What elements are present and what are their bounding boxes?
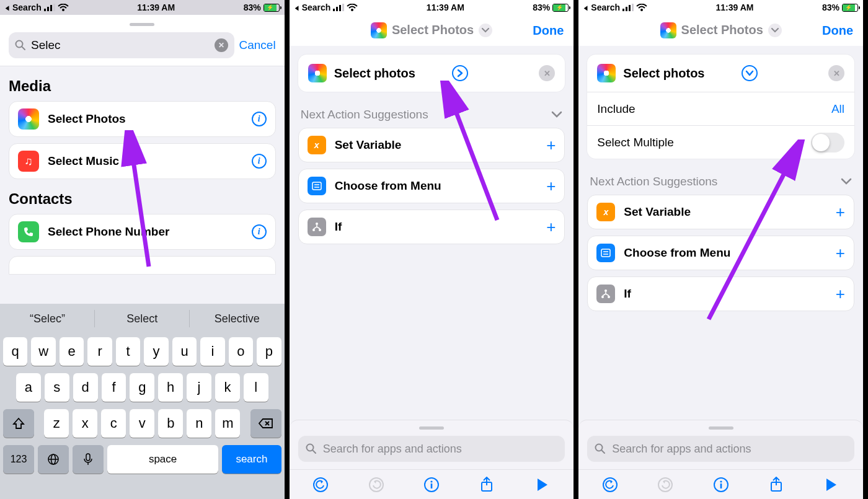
cancel-button[interactable]: Cancel	[239, 38, 276, 52]
suggestion-row[interactable]: xSet Variable+	[298, 128, 565, 162]
status-back-label[interactable]: Search	[12, 2, 42, 12]
key-c[interactable]: c	[101, 409, 126, 438]
undo-button[interactable]	[600, 475, 620, 495]
remove-action-icon[interactable]: ✕	[539, 65, 555, 81]
prediction-bar: “Selec” Select Selective	[0, 304, 285, 333]
sheet-grabber[interactable]	[709, 426, 733, 430]
add-suggestion-icon[interactable]: +	[836, 244, 845, 263]
apps-search-input[interactable]: Search for apps and actions	[298, 436, 565, 462]
result-select-photos[interactable]: Select Photos i	[9, 101, 276, 137]
suggestion-label: If	[335, 220, 538, 234]
key-r[interactable]: r	[87, 337, 112, 366]
numbers-key[interactable]: 123	[3, 445, 34, 474]
done-button[interactable]: Done	[533, 23, 564, 37]
search-key[interactable]: search	[222, 445, 281, 474]
add-suggestion-icon[interactable]: +	[546, 136, 556, 155]
suggestion-label: Set Variable	[624, 205, 826, 219]
search-input[interactable]: Selec ✕	[9, 32, 234, 58]
collapse-action-icon[interactable]	[742, 65, 758, 81]
svg-rect-17	[339, 5, 341, 11]
key-i[interactable]: i	[200, 337, 224, 366]
key-a[interactable]: a	[16, 373, 41, 402]
svg-point-23	[316, 223, 318, 225]
header-title[interactable]: Select Photos	[681, 23, 763, 37]
apps-search-input[interactable]: Search for apps and actions	[587, 436, 854, 462]
prediction[interactable]: Select	[95, 304, 190, 333]
suggestions-header[interactable]: Next Action Suggestions	[298, 104, 565, 128]
suggestions-header[interactable]: Next Action Suggestions	[587, 171, 854, 195]
key-j[interactable]: j	[187, 373, 211, 402]
suggestion-row[interactable]: If+	[298, 210, 565, 244]
svg-rect-16	[336, 7, 338, 11]
share-button[interactable]	[766, 475, 786, 495]
key-e[interactable]: e	[60, 337, 84, 366]
dictation-key[interactable]	[73, 445, 104, 474]
remove-action-icon[interactable]: ✕	[828, 65, 844, 81]
back-triangle-icon[interactable]: ◀	[295, 4, 299, 11]
add-suggestion-icon[interactable]: +	[836, 285, 845, 304]
key-m[interactable]: m	[215, 409, 240, 438]
suggestion-row[interactable]: xSet Variable+	[587, 195, 854, 229]
option-include[interactable]: Include All	[587, 92, 854, 125]
key-s[interactable]: s	[45, 373, 69, 402]
header-title[interactable]: Select Photos	[392, 23, 474, 37]
play-button[interactable]	[822, 475, 841, 495]
space-key[interactable]: space	[107, 445, 218, 474]
chevron-down-icon[interactable]	[479, 24, 492, 37]
add-suggestion-icon[interactable]: +	[836, 203, 845, 222]
key-o[interactable]: o	[229, 337, 253, 366]
prediction[interactable]: “Selec”	[0, 304, 95, 333]
suggestion-row[interactable]: Choose from Menu+	[587, 236, 854, 270]
add-suggestion-icon[interactable]: +	[546, 177, 556, 196]
sheet-grabber[interactable]	[130, 23, 154, 26]
backspace-key[interactable]	[250, 409, 281, 438]
key-t[interactable]: t	[116, 337, 140, 366]
key-q[interactable]: q	[3, 337, 27, 366]
info-icon[interactable]: i	[252, 112, 267, 126]
info-button[interactable]	[711, 475, 731, 495]
key-w[interactable]: w	[31, 337, 55, 366]
wifi-icon	[347, 4, 358, 12]
prediction[interactable]: Selective	[190, 304, 285, 333]
clear-icon[interactable]: ✕	[215, 38, 228, 52]
key-x[interactable]: x	[73, 409, 97, 438]
done-button[interactable]: Done	[822, 23, 853, 37]
key-v[interactable]: v	[130, 409, 154, 438]
key-y[interactable]: y	[144, 337, 168, 366]
status-back-label[interactable]: Search	[591, 2, 620, 12]
key-d[interactable]: d	[73, 373, 98, 402]
undo-button[interactable]	[311, 475, 330, 495]
chevron-down-icon[interactable]	[768, 24, 782, 37]
back-triangle-icon[interactable]: ◀	[585, 4, 588, 11]
back-triangle-icon[interactable]: ◀	[6, 4, 9, 11]
add-suggestion-icon[interactable]: +	[546, 218, 556, 237]
play-button[interactable]	[533, 475, 552, 495]
shift-key[interactable]	[3, 409, 34, 438]
toggle-select-multiple[interactable]	[811, 133, 844, 152]
info-icon[interactable]: i	[252, 224, 267, 239]
status-back-label[interactable]: Search	[302, 2, 331, 12]
sheet-grabber[interactable]	[419, 426, 444, 430]
keyboard[interactable]: “Selec” Select Selective qwertyuiop asdf…	[0, 304, 285, 499]
result-select-phone[interactable]: Select Phone Number i	[9, 214, 276, 250]
key-k[interactable]: k	[215, 373, 240, 402]
info-icon[interactable]: i	[252, 154, 267, 169]
key-h[interactable]: h	[158, 373, 183, 402]
share-button[interactable]	[477, 475, 497, 495]
key-z[interactable]: z	[44, 409, 69, 438]
globe-key[interactable]	[38, 445, 69, 474]
suggestion-row[interactable]: Choose from Menu+	[298, 169, 565, 203]
key-f[interactable]: f	[102, 373, 126, 402]
status-battery-pct: 83%	[533, 2, 550, 12]
key-p[interactable]: p	[257, 337, 281, 366]
result-select-music[interactable]: ♫ Select Music i	[9, 143, 276, 179]
action-title: Select photos	[334, 66, 445, 81]
expand-action-icon[interactable]	[452, 65, 468, 81]
key-l[interactable]: l	[244, 373, 268, 402]
info-button[interactable]	[422, 475, 441, 495]
key-b[interactable]: b	[158, 409, 183, 438]
suggestion-row[interactable]: If+	[587, 276, 854, 311]
key-g[interactable]: g	[130, 373, 154, 402]
key-n[interactable]: n	[187, 409, 211, 438]
key-u[interactable]: u	[172, 337, 197, 366]
